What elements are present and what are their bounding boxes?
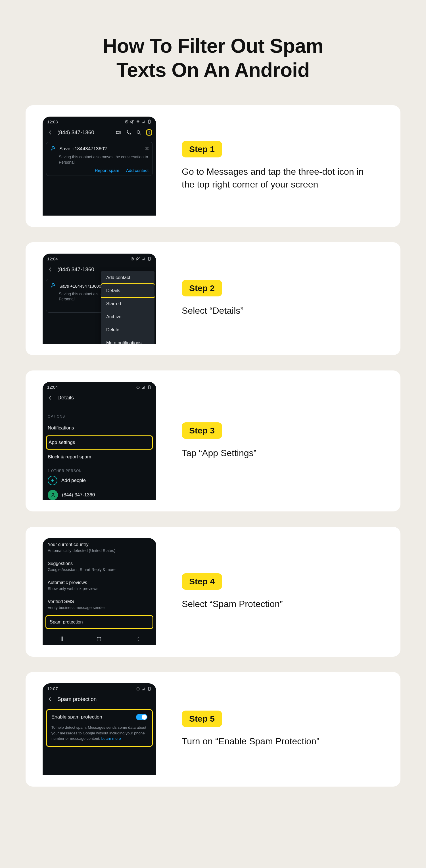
step-text: Go to Messages and tap the three-dot ico… bbox=[182, 165, 378, 191]
back-icon[interactable] bbox=[47, 395, 53, 401]
back-icon[interactable] bbox=[47, 129, 53, 135]
svg-point-14 bbox=[52, 494, 54, 496]
menu-delete[interactable]: Delete bbox=[101, 323, 154, 336]
report-spam-link[interactable]: Report spam bbox=[95, 168, 119, 173]
app-bar: Spam protection bbox=[42, 692, 156, 706]
step-badge: Step 3 bbox=[182, 422, 222, 439]
svg-point-15 bbox=[137, 688, 139, 690]
battery-icon bbox=[147, 385, 152, 390]
svg-rect-3 bbox=[116, 131, 119, 134]
phone-mock-4: Your current country Automatically detec… bbox=[42, 538, 156, 645]
menu-details[interactable]: Details bbox=[101, 283, 154, 298]
alarm-icon bbox=[136, 385, 140, 390]
add-people-row[interactable]: + Add people bbox=[48, 476, 151, 485]
status-time: 12:03 bbox=[47, 119, 58, 124]
svg-rect-16 bbox=[148, 687, 150, 690]
step-text: Select “Details” bbox=[182, 304, 378, 317]
alarm-icon bbox=[136, 686, 140, 691]
status-bar: 12:04 bbox=[42, 254, 156, 262]
step-text: Select “Spam Protection” bbox=[182, 598, 378, 611]
learn-more-link[interactable]: Learn more bbox=[102, 736, 121, 741]
step-badge: Step 5 bbox=[182, 711, 222, 727]
more-menu-icon[interactable] bbox=[146, 129, 152, 135]
person-add-icon bbox=[50, 146, 56, 153]
status-icons bbox=[124, 119, 152, 124]
save-contact-headline: Save +18443471360? bbox=[59, 146, 107, 152]
close-icon[interactable]: ✕ bbox=[145, 146, 149, 152]
add-people-label: Add people bbox=[61, 478, 86, 483]
plus-icon: + bbox=[48, 476, 57, 485]
recents-icon[interactable]: ||| bbox=[59, 636, 63, 643]
enable-spam-protection-block: Enable spam protection To help detect sp… bbox=[46, 709, 153, 747]
status-time: 12:07 bbox=[47, 686, 58, 691]
option-notifications[interactable]: Notifications bbox=[48, 421, 151, 435]
phone-mock-3: 12:04 Details OPTIONS Notifications App … bbox=[42, 382, 156, 500]
step-card-5: 12:07 Spam protection Enable spam protec… bbox=[26, 672, 400, 786]
search-icon[interactable] bbox=[136, 129, 142, 135]
status-bar: 12:07 bbox=[42, 683, 156, 692]
svg-point-12 bbox=[137, 386, 139, 389]
conversation-title: (844) 347-1360 bbox=[57, 266, 94, 273]
step-text: Tap “App Settings” bbox=[182, 447, 378, 460]
person-add-icon bbox=[50, 282, 56, 290]
phone-mock-1: 12:03 (844) 347-1360 bbox=[42, 117, 156, 216]
status-bar: 12:03 bbox=[42, 117, 156, 125]
settings-row[interactable]: Your current country Automatically detec… bbox=[42, 538, 156, 557]
menu-archive[interactable]: Archive bbox=[101, 310, 154, 323]
enable-spam-toggle[interactable] bbox=[136, 714, 147, 720]
mute-icon bbox=[130, 119, 135, 124]
video-call-icon[interactable] bbox=[115, 129, 121, 135]
save-contact-banner: Save +18443471360? ✕ Saving this contact… bbox=[46, 142, 153, 176]
status-icons bbox=[136, 686, 152, 691]
option-block-report[interactable]: Block & report spam bbox=[48, 450, 151, 464]
status-time: 12:04 bbox=[47, 256, 58, 261]
back-icon[interactable] bbox=[47, 266, 53, 273]
add-contact-link[interactable]: Add contact bbox=[126, 168, 148, 173]
step-badge: Step 2 bbox=[182, 280, 222, 297]
toggle-description: To help detect spam, Messages sends some… bbox=[51, 725, 147, 742]
toggle-label: Enable spam protection bbox=[51, 714, 102, 720]
contact-row[interactable]: (844) 347-1360 bbox=[48, 490, 151, 500]
signal-icon bbox=[141, 119, 146, 124]
svg-point-5 bbox=[149, 131, 149, 132]
alarm-icon bbox=[130, 256, 135, 261]
settings-row[interactable]: Suggestions Google Assistant, Smart Repl… bbox=[42, 557, 156, 576]
wifi-icon bbox=[136, 119, 140, 124]
conversation-title: (844) 347-1360 bbox=[57, 129, 94, 135]
svg-point-11 bbox=[52, 283, 54, 285]
step-card-1: 12:03 (844) 347-1360 bbox=[26, 105, 400, 227]
back-icon[interactable] bbox=[47, 696, 53, 702]
svg-point-8 bbox=[52, 146, 54, 148]
settings-row[interactable]: Verified SMS Verify business message sen… bbox=[42, 595, 156, 614]
save-contact-sub: Saving this contact also moves the conve… bbox=[59, 154, 148, 165]
battery-icon bbox=[147, 686, 152, 691]
home-icon[interactable]: ▢ bbox=[96, 636, 102, 643]
signal-icon bbox=[141, 385, 146, 390]
menu-starred[interactable]: Starred bbox=[101, 297, 154, 310]
settings-row[interactable]: Automatic previews Show only web link pr… bbox=[42, 576, 156, 595]
status-icons bbox=[136, 385, 152, 390]
menu-add-contact[interactable]: Add contact bbox=[101, 271, 154, 284]
step-card-2: 12:04 (844) 347-1360 Save +184434713600 … bbox=[26, 242, 400, 355]
back-nav-icon[interactable]: 〈 bbox=[134, 636, 139, 643]
screen-title: Details bbox=[57, 395, 74, 401]
svg-rect-10 bbox=[148, 257, 150, 260]
settings-spam-protection[interactable]: Spam protection bbox=[46, 615, 153, 629]
status-icons bbox=[130, 256, 152, 261]
step-card-4: Your current country Automatically detec… bbox=[26, 527, 400, 657]
phone-mock-2: 12:04 (844) 347-1360 Save +184434713600 … bbox=[42, 254, 156, 344]
status-bar: 12:04 bbox=[42, 382, 156, 391]
app-bar: Details bbox=[42, 391, 156, 405]
android-nav-bar: ||| ▢ 〈 bbox=[42, 632, 156, 645]
battery-icon bbox=[147, 119, 152, 124]
section-label-people: 1 OTHER PERSON bbox=[48, 469, 151, 473]
step-badge: Step 4 bbox=[182, 573, 222, 590]
phone-call-icon[interactable] bbox=[125, 129, 132, 135]
option-app-settings[interactable]: App settings bbox=[46, 435, 153, 450]
phone-mock-5: 12:07 Spam protection Enable spam protec… bbox=[42, 683, 156, 775]
section-label-options: OPTIONS bbox=[48, 414, 151, 418]
page-title: How To Filter Out Spam Texts On An Andro… bbox=[26, 34, 400, 83]
battery-icon bbox=[147, 256, 152, 261]
step-card-3: 12:04 Details OPTIONS Notifications App … bbox=[26, 370, 400, 512]
menu-mute[interactable]: Mute notifications bbox=[101, 336, 154, 344]
